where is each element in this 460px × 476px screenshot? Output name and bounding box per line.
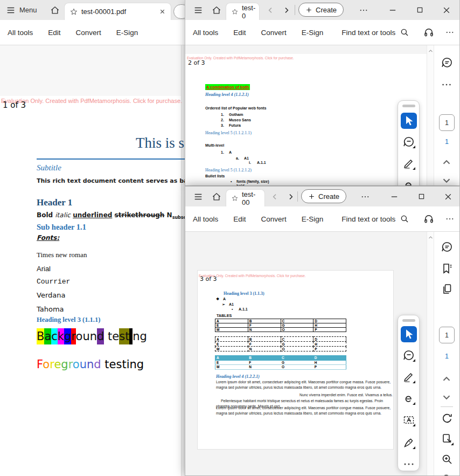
document-tab[interactable]: test-00001.pdf bbox=[64, 3, 171, 20]
maximize-button[interactable] bbox=[410, 187, 432, 206]
find-text-button[interactable]: Find text or tools bbox=[341, 214, 409, 224]
table-cell: G bbox=[281, 323, 313, 328]
close-window-button[interactable] bbox=[436, 0, 457, 20]
next-view-button[interactable] bbox=[278, 0, 295, 20]
quick-tools-toolbar bbox=[398, 100, 420, 186]
add-text-tool[interactable] bbox=[402, 413, 415, 426]
menu-item-esign[interactable]: E-Sign bbox=[302, 29, 324, 37]
previous-page-button[interactable] bbox=[441, 156, 454, 169]
comments-panel-button[interactable] bbox=[441, 240, 454, 253]
lasso-icon bbox=[402, 178, 415, 186]
highlight-tool[interactable] bbox=[402, 157, 415, 170]
select-tool-button[interactable] bbox=[401, 326, 417, 342]
right-tool-rail: 1 1 bbox=[434, 45, 459, 185]
vertical-scrollbar[interactable] bbox=[427, 45, 434, 185]
menu-item-esign[interactable]: E-Sign bbox=[116, 29, 138, 37]
hamburger-menu-button[interactable] bbox=[190, 187, 207, 206]
close-window-button[interactable] bbox=[437, 187, 459, 206]
toolbar-drag-handle[interactable] bbox=[402, 319, 415, 322]
add-comment-tool[interactable] bbox=[402, 135, 415, 148]
table-cell: H bbox=[313, 323, 346, 328]
fonts-label: Fonts: bbox=[37, 234, 59, 242]
menu-item-convert[interactable]: Convert bbox=[261, 29, 287, 37]
add-comment-tool[interactable] bbox=[402, 349, 415, 362]
create-button[interactable]: Create bbox=[301, 189, 346, 203]
next-page-button[interactable] bbox=[441, 391, 454, 404]
menu-item-convert[interactable]: Convert bbox=[76, 29, 101, 37]
menu-label[interactable]: Menu bbox=[19, 6, 37, 14]
menu-item-all-tools[interactable]: All tools bbox=[8, 29, 33, 37]
subscript-base: N bbox=[167, 211, 172, 219]
close-tab-icon[interactable] bbox=[159, 8, 166, 15]
read-aloud-button[interactable] bbox=[423, 27, 434, 38]
vertical-scrollbar[interactable] bbox=[181, 45, 185, 476]
menu-item-edit[interactable]: Edit bbox=[48, 29, 60, 37]
scroll-up-icon[interactable] bbox=[428, 234, 434, 240]
previous-view-button[interactable] bbox=[262, 0, 279, 20]
menu-item-esign[interactable]: E-Sign bbox=[302, 215, 324, 223]
more-options-button[interactable] bbox=[357, 187, 374, 206]
previous-view-button[interactable] bbox=[266, 187, 283, 206]
rail-divider bbox=[441, 406, 453, 407]
menu-item-all-tools[interactable]: All tools bbox=[193, 215, 218, 223]
minimize-button[interactable] bbox=[384, 187, 405, 206]
colored-letter: d bbox=[97, 328, 104, 344]
colored-letter: r bbox=[68, 356, 73, 372]
table-row: MNOP bbox=[215, 347, 346, 351]
scroll-up-icon[interactable] bbox=[428, 48, 434, 54]
read-aloud-button[interactable] bbox=[423, 213, 434, 224]
bookmarks-panel-button[interactable] bbox=[441, 262, 454, 275]
more-tools-button[interactable] bbox=[445, 27, 455, 37]
draw-tool[interactable] bbox=[402, 178, 415, 186]
page-indicator: 1 of 3 bbox=[3, 100, 26, 110]
toolbar-drag-handle[interactable] bbox=[402, 105, 415, 107]
document-tab[interactable]: test-0 bbox=[226, 3, 260, 20]
toolbar-more-button[interactable] bbox=[402, 458, 415, 471]
page-thumbnails-button[interactable] bbox=[441, 282, 454, 295]
zoom-out-button[interactable] bbox=[441, 473, 454, 476]
zoom-in-button[interactable] bbox=[441, 453, 454, 466]
page-total: 1 bbox=[434, 138, 459, 146]
vertical-scrollbar[interactable] bbox=[427, 232, 434, 475]
more-options-button[interactable] bbox=[355, 0, 372, 20]
page-number-input[interactable]: 1 bbox=[439, 327, 455, 343]
rotate-page-button[interactable] bbox=[441, 412, 454, 425]
find-text-button[interactable]: Find text or tools bbox=[341, 27, 409, 37]
create-button[interactable]: Create bbox=[298, 3, 344, 17]
page-view-options-button[interactable] bbox=[441, 432, 454, 445]
select-tool-button[interactable] bbox=[401, 113, 417, 129]
menu-item-convert[interactable]: Convert bbox=[261, 215, 287, 223]
document-tab[interactable]: test-00 bbox=[226, 189, 265, 206]
doc-heading3: Heading level 3 (1.1.1) bbox=[37, 316, 100, 324]
home-button[interactable] bbox=[208, 0, 225, 20]
home-button[interactable] bbox=[208, 187, 225, 206]
hamburger-icon bbox=[6, 5, 16, 15]
list-label: Museo Sans bbox=[229, 118, 251, 122]
colored-letter: t bbox=[104, 356, 109, 372]
highlight-tool[interactable] bbox=[402, 370, 415, 383]
page-number-input[interactable]: 1 bbox=[439, 114, 455, 131]
home-button[interactable] bbox=[46, 0, 64, 20]
minimize-button[interactable] bbox=[382, 0, 403, 20]
maximize-button[interactable] bbox=[409, 0, 430, 20]
draw-tool[interactable] bbox=[402, 392, 415, 405]
next-page-button[interactable] bbox=[441, 175, 454, 186]
table-cell: N bbox=[248, 328, 281, 332]
hamburger-menu-button[interactable] bbox=[190, 0, 207, 20]
menu-item-edit[interactable]: Edit bbox=[233, 215, 246, 223]
more-tools-button[interactable] bbox=[445, 214, 455, 224]
menu-item-all-tools[interactable]: All tools bbox=[193, 29, 218, 37]
table-row: ABCD bbox=[215, 337, 346, 342]
hamburger-menu-button[interactable] bbox=[2, 0, 19, 20]
create-button-partial[interactable] bbox=[173, 4, 185, 19]
menu-item-edit[interactable]: Edit bbox=[233, 29, 246, 37]
comments-panel-button[interactable] bbox=[441, 56, 454, 69]
rotate-icon bbox=[441, 412, 454, 425]
rail-more-button[interactable] bbox=[441, 79, 454, 92]
sign-tool[interactable] bbox=[402, 436, 415, 449]
colored-letter: F bbox=[37, 356, 43, 372]
colored-letter: u bbox=[82, 328, 89, 344]
table-cell: F bbox=[248, 323, 281, 328]
zoom-in-icon bbox=[441, 453, 454, 466]
previous-page-button[interactable] bbox=[441, 373, 454, 386]
